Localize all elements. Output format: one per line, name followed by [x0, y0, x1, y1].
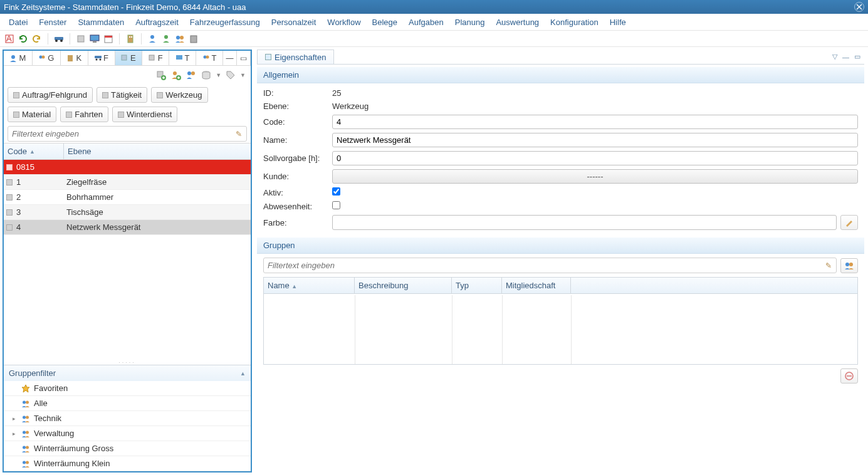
- group-icon[interactable]: [174, 33, 186, 44]
- refresh-icon[interactable]: [18, 33, 29, 44]
- view-tab-g[interactable]: G: [33, 51, 61, 65]
- color-picker-button[interactable]: [840, 215, 858, 230]
- group-filter-icon[interactable]: [186, 70, 197, 81]
- group-filter-header[interactable]: Gruppenfilter ▲: [4, 365, 251, 381]
- building2-icon[interactable]: [188, 33, 199, 44]
- input-name[interactable]: [332, 133, 858, 147]
- monitor-icon[interactable]: [89, 33, 100, 44]
- car-icon[interactable]: [53, 33, 65, 44]
- grid-header-code[interactable]: Code▲: [4, 144, 64, 159]
- menu-aufgaben[interactable]: Aufgaben: [404, 15, 449, 29]
- group-filter-item[interactable]: Winterräumung Klein: [4, 456, 251, 471]
- checkbox-aktiv[interactable]: [332, 187, 340, 196]
- menu-konfiguration[interactable]: Konfiguration: [545, 15, 604, 29]
- panel-minimize-icon[interactable]: ―: [842, 53, 849, 61]
- filter-werkzeug[interactable]: Werkzeug: [151, 87, 207, 103]
- left-mini-toolbar: ▼ ▼: [4, 66, 251, 85]
- view-tab-t1[interactable]: T: [169, 51, 196, 65]
- tag-icon[interactable]: [225, 70, 236, 81]
- db-icon[interactable]: [201, 70, 212, 81]
- window-close-button[interactable]: [854, 2, 864, 12]
- groups-col-name[interactable]: Name ▲: [264, 278, 355, 293]
- table-row[interactable]: 3Tischsäge: [4, 205, 251, 220]
- splitter-handle[interactable]: ∙∙∙∙∙: [4, 360, 251, 365]
- cube-icon: [6, 224, 13, 231]
- view-tab-e[interactable]: E: [115, 51, 143, 65]
- view-tab-k[interactable]: K: [61, 51, 88, 65]
- label-abw: Abwesenheit:: [263, 202, 326, 211]
- group-filter-item[interactable]: Winterräumung Gross: [4, 441, 251, 456]
- input-code[interactable]: [332, 115, 858, 129]
- group-filter-item[interactable]: ▸Technik: [4, 411, 251, 426]
- view-tab-t2[interactable]: T: [196, 51, 223, 65]
- view-tabs: M G K F E F T T ― ▭: [4, 51, 251, 66]
- person-blue-icon[interactable]: [147, 33, 158, 44]
- view-tab-minimize[interactable]: ―: [223, 51, 237, 65]
- menu-fenster[interactable]: Fenster: [34, 15, 71, 29]
- groups-col-beschreibung[interactable]: Beschreibung: [355, 278, 452, 293]
- add-group-button[interactable]: [840, 258, 858, 273]
- add-person-icon[interactable]: [170, 70, 182, 81]
- view-tab-f-cube[interactable]: F: [142, 51, 169, 65]
- table-row[interactable]: 1Ziegelfräse: [4, 175, 251, 190]
- dropdown-icon[interactable]: ▼: [216, 72, 221, 78]
- add-entity-icon[interactable]: [155, 70, 167, 81]
- panel-maximize-icon[interactable]: ▭: [854, 53, 860, 61]
- svg-point-29: [206, 55, 209, 58]
- group-filter-item[interactable]: Favoriten: [4, 381, 251, 396]
- tab-eigenschaften[interactable]: Eigenschaften: [257, 50, 334, 64]
- remove-group-button[interactable]: [840, 368, 858, 384]
- kunde-select-button[interactable]: ------: [332, 169, 858, 184]
- filter-winterdienst[interactable]: Winterdienst: [112, 107, 177, 122]
- menu-workflow[interactable]: Workflow: [322, 15, 365, 29]
- filter-material[interactable]: Material: [8, 107, 56, 122]
- svg-rect-9: [105, 36, 112, 38]
- cube-icon: [66, 112, 72, 118]
- groups-col-typ[interactable]: Typ: [452, 278, 502, 293]
- input-farbe[interactable]: [332, 215, 837, 230]
- left-filter-input[interactable]: [8, 126, 247, 142]
- view-tab-maximize[interactable]: ▭: [237, 51, 251, 65]
- checkbox-abwesenheit[interactable]: [332, 201, 340, 209]
- pdf-icon[interactable]: A: [4, 33, 15, 44]
- svg-rect-26: [149, 55, 154, 60]
- menu-auswertung[interactable]: Auswertung: [491, 15, 544, 29]
- view-tab-m[interactable]: M: [4, 51, 33, 65]
- menu-belege[interactable]: Belege: [367, 15, 402, 29]
- view-tab-f-car[interactable]: F: [88, 51, 115, 65]
- filter-fahrten[interactable]: Fahrten: [60, 107, 108, 122]
- left-panel: M G K F E F T T ― ▭ ▼ ▼ Auftr: [3, 50, 252, 472]
- grid-header-ebene[interactable]: Ebene: [64, 144, 251, 159]
- pencil-icon: [845, 218, 854, 227]
- undo-icon[interactable]: [31, 33, 43, 44]
- table-row[interactable]: 2Bohrhammer: [4, 190, 251, 205]
- panel-menu-icon[interactable]: ▽: [832, 53, 837, 61]
- cube-icon[interactable]: [75, 33, 86, 44]
- menu-fahrzeugerfassung[interactable]: Fahrzeugerfassung: [185, 15, 265, 29]
- menu-planung[interactable]: Planung: [450, 15, 490, 29]
- cube-icon: [6, 209, 13, 216]
- menu-auftragszeit[interactable]: Auftragszeit: [130, 15, 184, 29]
- group-filter-item[interactable]: Alle: [4, 396, 251, 411]
- filter-taetigkeit[interactable]: Tätigkeit: [97, 87, 147, 103]
- svg-point-4: [60, 39, 63, 42]
- menu-stammdaten[interactable]: Stammdaten: [73, 15, 129, 29]
- svg-point-47: [845, 263, 849, 266]
- input-soll[interactable]: [332, 151, 858, 165]
- groups-col-mitgliedschaft[interactable]: Mitgliedschaft: [502, 278, 571, 293]
- group-filter-item[interactable]: ▸Verwaltung: [4, 426, 251, 441]
- menu-datei[interactable]: Datei: [4, 15, 33, 29]
- building-icon[interactable]: [125, 33, 136, 44]
- svg-rect-6: [90, 35, 99, 41]
- table-row[interactable]: 0815: [4, 160, 251, 175]
- table-row[interactable]: 4Netzwerk Messgerät: [4, 220, 251, 235]
- menu-personalzeit[interactable]: Personalzeit: [266, 15, 322, 29]
- groups-filter-input[interactable]: [263, 258, 837, 273]
- svg-point-18: [11, 55, 15, 59]
- dropdown2-icon[interactable]: ▼: [240, 72, 246, 78]
- calendar-icon[interactable]: [103, 33, 114, 44]
- filter-auftrag-fehlgrund[interactable]: Auftrag/Fehlgrund: [8, 87, 93, 103]
- menu-hilfe[interactable]: Hilfe: [605, 15, 631, 29]
- person-green-icon[interactable]: [160, 33, 172, 44]
- cube-icon: [102, 92, 108, 98]
